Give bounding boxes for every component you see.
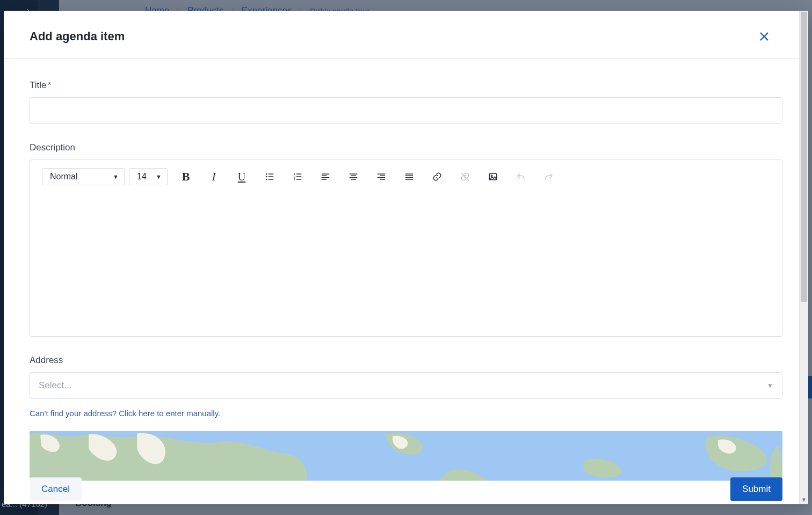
address-map[interactable] <box>30 431 782 481</box>
rte-align-right-button[interactable] <box>369 168 393 186</box>
rte-undo-button <box>509 168 533 186</box>
rte-redo-button <box>537 168 561 186</box>
svg-point-1 <box>266 176 267 178</box>
close-button[interactable] <box>757 29 772 44</box>
title-input[interactable] <box>30 97 782 124</box>
modal-header: Add agenda item <box>4 11 808 59</box>
svg-point-2 <box>266 179 267 180</box>
rte-bold-button[interactable]: B <box>174 168 198 186</box>
caret-down-icon: ▼ <box>767 382 773 389</box>
rte-unlink-button <box>453 168 477 186</box>
modal-body: Title* Description Normal▼ 14▼ B I U <box>4 59 808 504</box>
unlink-icon <box>460 171 470 182</box>
required-indicator: * <box>48 80 52 90</box>
rte-format-select[interactable]: Normal▼ <box>42 168 125 185</box>
title-label: Title* <box>30 80 782 91</box>
manual-address-link[interactable]: Can't find your address? Click here to e… <box>30 409 220 418</box>
bullet-list-icon <box>264 171 275 182</box>
rte-image-button[interactable] <box>481 168 505 186</box>
svg-point-0 <box>266 173 267 175</box>
svg-text:3: 3 <box>294 178 295 181</box>
close-icon <box>758 31 770 42</box>
align-right-icon <box>376 171 387 182</box>
address-label: Address <box>30 355 782 366</box>
modal-title: Add agenda item <box>30 30 125 43</box>
rte-italic-button[interactable]: I <box>202 168 226 186</box>
modal-footer: Cancel Submit <box>30 475 782 501</box>
caret-down-icon: ▼ <box>113 173 119 180</box>
undo-icon <box>516 171 526 182</box>
rte-number-list-button[interactable]: 123 <box>286 168 309 186</box>
map-image <box>30 431 782 481</box>
rich-text-editor: Normal▼ 14▼ B I U 123 <box>30 159 782 337</box>
cancel-button[interactable]: Cancel <box>30 477 82 501</box>
caret-down-icon: ▼ <box>156 173 162 180</box>
rte-align-justify-button[interactable] <box>397 168 421 186</box>
add-agenda-item-modal: ▲ ▼ Add agenda item Title* Description N… <box>4 11 808 504</box>
rte-toolbar: Normal▼ 14▼ B I U 123 <box>30 160 782 191</box>
align-justify-icon <box>404 171 415 182</box>
rte-align-center-button[interactable] <box>342 168 365 186</box>
rte-link-button[interactable] <box>425 168 449 186</box>
redo-icon <box>543 171 554 182</box>
align-left-icon <box>320 171 331 182</box>
rte-bullet-list-button[interactable] <box>258 168 281 186</box>
svg-point-7 <box>491 175 492 177</box>
description-field-group: Description Normal▼ 14▼ B I U <box>30 142 782 337</box>
rte-fontsize-select[interactable]: 14▼ <box>129 168 168 185</box>
description-input[interactable] <box>30 191 782 336</box>
address-select[interactable]: Select... ▼ <box>30 372 782 399</box>
title-field-group: Title* <box>30 80 782 124</box>
number-list-icon: 123 <box>292 171 303 182</box>
submit-button[interactable]: Submit <box>730 477 782 501</box>
link-icon <box>432 171 443 182</box>
rte-underline-button[interactable]: U <box>230 168 253 186</box>
rte-align-left-button[interactable] <box>314 168 337 186</box>
description-label: Description <box>30 142 782 153</box>
align-center-icon <box>348 171 359 182</box>
address-field-group: Address Select... ▼ Can't find your addr… <box>30 355 782 481</box>
image-icon <box>488 171 498 182</box>
